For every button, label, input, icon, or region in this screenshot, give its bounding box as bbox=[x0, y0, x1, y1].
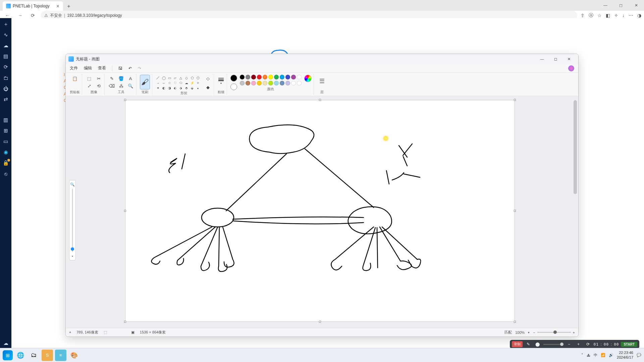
resize-button[interactable]: ⤢ bbox=[86, 82, 93, 89]
zoom-in-icon[interactable]: 🔍 bbox=[70, 182, 75, 187]
fill-tool[interactable]: 🪣 bbox=[117, 75, 125, 82]
color-swatch[interactable] bbox=[257, 81, 262, 85]
color-swatch[interactable] bbox=[263, 81, 267, 85]
resize-handle[interactable] bbox=[319, 321, 321, 323]
volume-slider[interactable] bbox=[543, 344, 564, 345]
rotate-button[interactable]: ⟲ bbox=[95, 82, 102, 89]
taskbar-app-2[interactable]: ≡ bbox=[55, 350, 66, 361]
select-button[interactable]: ⬚ bbox=[86, 75, 93, 82]
copilot-icon[interactable] bbox=[568, 65, 574, 71]
paint-minimize-button[interactable]: — bbox=[535, 54, 549, 64]
canvas[interactable] bbox=[125, 100, 515, 321]
swap-icon[interactable]: ⇄ bbox=[2, 96, 9, 103]
start-button[interactable]: ⊞ bbox=[3, 350, 13, 360]
record-indicator[interactable]: 录制 bbox=[512, 341, 523, 347]
pencil-tool[interactable]: ✎ bbox=[108, 75, 115, 82]
zoom-out-icon[interactable]: − bbox=[566, 341, 573, 348]
start-button[interactable]: START bbox=[621, 342, 637, 347]
menu-edit[interactable]: 编辑 bbox=[84, 65, 92, 71]
tray-language-icon[interactable]: 中 bbox=[594, 353, 597, 358]
redo-icon[interactable]: ↷ bbox=[138, 66, 141, 71]
pencil-icon[interactable]: ✎ bbox=[525, 341, 532, 348]
paste-button[interactable]: 📋 bbox=[71, 75, 78, 82]
power-icon[interactable]: ⏻ bbox=[2, 85, 9, 92]
image-icon[interactable]: ▤ bbox=[2, 53, 9, 60]
resize-handle[interactable] bbox=[319, 99, 321, 101]
zoom-control[interactable]: − + bbox=[533, 330, 575, 335]
palette-row-1[interactable] bbox=[240, 75, 302, 79]
fit-label[interactable]: 匹配 bbox=[504, 330, 512, 335]
menu-icon[interactable]: ⋯ bbox=[629, 13, 633, 18]
paint-maximize-button[interactable]: ◻ bbox=[549, 54, 562, 64]
exit-icon[interactable]: ⎋ bbox=[2, 170, 9, 177]
refresh-icon[interactable]: ⟳ bbox=[2, 64, 9, 70]
timer-icon[interactable]: ⟳ bbox=[584, 341, 592, 348]
magnifier-tool[interactable]: 🔍 bbox=[127, 82, 134, 89]
taskbar-app-1[interactable]: S bbox=[42, 350, 53, 361]
taskbar-edge[interactable]: 🌐 bbox=[15, 350, 26, 361]
resize-handle[interactable] bbox=[124, 321, 126, 323]
browser-tab[interactable]: PNETLab | Topology ✕ bbox=[3, 1, 63, 11]
lock-icon[interactable]: 🔒 bbox=[2, 160, 9, 166]
color-swatch[interactable] bbox=[280, 81, 284, 85]
shape-outline-button[interactable]: ◇ bbox=[204, 75, 212, 82]
resize-handle[interactable] bbox=[514, 321, 516, 323]
notifications-icon[interactable]: 💬 bbox=[637, 353, 641, 357]
cloud-icon[interactable]: ☁ bbox=[2, 42, 9, 49]
tray-volume-icon[interactable]: 🔊 bbox=[609, 353, 613, 357]
color-swatch[interactable] bbox=[246, 81, 250, 85]
color-swatch[interactable] bbox=[257, 75, 262, 79]
undo-icon[interactable]: ↶ bbox=[128, 66, 132, 71]
zoom-out-button[interactable]: − bbox=[533, 330, 535, 335]
picker-tool[interactable]: ⁂ bbox=[117, 82, 125, 89]
color-swatch[interactable] bbox=[285, 75, 290, 79]
tray-network-icon[interactable]: 🖧 bbox=[587, 353, 590, 357]
color-swatch[interactable] bbox=[291, 81, 296, 85]
split-icon[interactable]: ◧ bbox=[606, 13, 610, 18]
color-swatch[interactable] bbox=[263, 75, 267, 79]
palette-row-2[interactable] bbox=[240, 81, 302, 85]
color-swatch[interactable] bbox=[240, 81, 245, 85]
vertical-zoom-slider[interactable]: 🔍 • bbox=[69, 180, 76, 260]
chart-icon[interactable]: ▥ bbox=[2, 117, 9, 123]
minimize-button[interactable]: — bbox=[598, 0, 613, 11]
color-swatch[interactable] bbox=[251, 75, 256, 79]
color-swatch[interactable] bbox=[240, 75, 245, 79]
maximize-button[interactable]: ◻ bbox=[613, 0, 629, 11]
close-tab-icon[interactable]: ✕ bbox=[56, 4, 60, 9]
edit-colors-button[interactable] bbox=[304, 75, 312, 82]
close-window-button[interactable]: ✕ bbox=[629, 0, 644, 11]
tray-wifi-icon[interactable]: 📶 bbox=[601, 353, 605, 357]
crop-button[interactable]: ✂ bbox=[95, 75, 102, 82]
new-tab-button[interactable]: + bbox=[64, 2, 73, 11]
resize-handle[interactable] bbox=[124, 99, 126, 101]
vertical-scrollbar[interactable] bbox=[573, 100, 578, 318]
color-1[interactable] bbox=[230, 75, 237, 81]
link-icon[interactable]: ∿ bbox=[2, 32, 9, 38]
tray-chevron-icon[interactable]: ˄ bbox=[581, 353, 583, 357]
color-swatch[interactable] bbox=[280, 75, 284, 79]
cursor-toggle-icon[interactable]: ⬤ bbox=[534, 341, 541, 348]
resize-handle[interactable] bbox=[514, 99, 516, 101]
size-button[interactable]: ▾ bbox=[217, 75, 225, 87]
extensions-icon[interactable]: ✧ bbox=[614, 13, 618, 18]
paint-close-button[interactable]: ✕ bbox=[562, 54, 576, 64]
resize-handle[interactable] bbox=[124, 210, 126, 212]
read-aloud-icon[interactable]: ⇪ bbox=[581, 13, 585, 18]
brush-button[interactable]: 🖌 bbox=[140, 75, 150, 89]
zoom-in-icon[interactable]: + bbox=[575, 341, 582, 348]
clock[interactable]: 22:23:46 2024/6/17 bbox=[617, 351, 633, 359]
color-swatch[interactable] bbox=[285, 81, 290, 85]
menu-file[interactable]: 文件 bbox=[70, 65, 78, 71]
color-swatch[interactable] bbox=[297, 81, 302, 85]
color-swatch[interactable] bbox=[268, 81, 273, 85]
layers-button[interactable]: ☰ bbox=[317, 75, 327, 87]
add-node-icon[interactable]: ＋ bbox=[2, 21, 9, 27]
color-swatch[interactable] bbox=[268, 75, 273, 79]
resize-handle[interactable] bbox=[514, 210, 516, 212]
paint-titlebar[interactable]: 无标题 - 画图 — ◻ ✕ bbox=[66, 54, 578, 64]
zoom-out-icon[interactable]: • bbox=[72, 254, 73, 258]
taskbar-paint[interactable]: 🎨 bbox=[68, 350, 80, 361]
copilot-icon[interactable]: ◑ bbox=[637, 13, 641, 18]
color-swatch[interactable] bbox=[291, 75, 296, 79]
